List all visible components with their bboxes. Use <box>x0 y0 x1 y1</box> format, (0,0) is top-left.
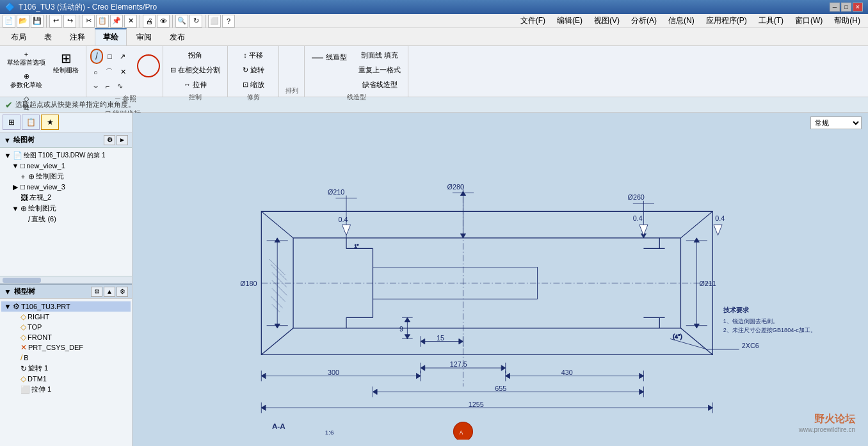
preview-icon[interactable]: 👁 <box>157 15 170 28</box>
help-menu[interactable]: 帮助(H) <box>829 14 865 28</box>
window-menu[interactable]: 窗口(W) <box>790 14 828 28</box>
model-tree-expand[interactable]: ▲ <box>104 287 115 297</box>
cut-icon[interactable]: ✂ <box>82 15 95 28</box>
spline-button[interactable]: ⌣ <box>90 80 101 92</box>
arc-tool-button[interactable]: ⌒ <box>102 65 116 79</box>
model-tree-item-dtm1[interactable]: ◇ DTM1 <box>1 374 131 384</box>
redo-icon[interactable]: ↪ <box>63 15 76 28</box>
circle-tool-button[interactable]: ○ <box>90 67 101 78</box>
undo-icon[interactable]: ↩ <box>49 15 62 28</box>
minimize-button[interactable]: ─ <box>830 3 840 12</box>
tree-nav-icon3[interactable]: ★ <box>41 115 59 130</box>
expand-view3[interactable]: ▶ <box>12 183 19 191</box>
save-icon[interactable]: 💾 <box>31 15 44 28</box>
translate-button[interactable]: ↕ 平移 <box>232 49 275 62</box>
tree-item-new_view_3[interactable]: ▶ □ new_view_3 <box>1 182 131 192</box>
copy-icon[interactable]: 📋 <box>96 15 109 28</box>
model-tree-item-rotate1[interactable]: ↻ 旋转 1 <box>1 363 131 374</box>
tree-item-left2[interactable]: 🖼 左视_2 <box>1 192 131 203</box>
scale-note: 1:6 <box>325 429 334 436</box>
zoom-area-icon[interactable]: 🔍 <box>175 15 188 28</box>
tree-nav-icon2[interactable]: 📋 <box>22 115 40 130</box>
tab-table[interactable]: 表 <box>36 29 60 45</box>
model-tree-item-top[interactable]: ◇ TOP <box>1 322 131 332</box>
drawing-tree-scrollbar[interactable] <box>0 276 132 283</box>
title-bar-left: 🔷 T106_TU3 (活动的) - Creo Elements/Pro <box>5 2 157 13</box>
model-tree-item-right[interactable]: ◇ RIGHT <box>1 312 131 322</box>
model-tree-collapse[interactable]: ▼ <box>4 287 12 296</box>
restore-button[interactable]: □ <box>841 3 851 12</box>
svg-line-85 <box>272 280 287 295</box>
expand-root[interactable]: ▼ <box>4 152 12 159</box>
svg-marker-56 <box>506 373 510 378</box>
tab-sketch[interactable]: 草绘 <box>95 28 127 45</box>
tree-item-draw_elem1[interactable]: + ⊕ 绘制图元 <box>1 171 131 182</box>
help-icon[interactable]: ? <box>222 15 235 28</box>
tech-note1: 1、锐边倒圆去毛刺。 <box>723 318 778 324</box>
default-line-button[interactable]: 缺省线造型 <box>355 78 404 92</box>
param-sketch-button[interactable]: ⊕ 参数化草绘 <box>4 70 49 92</box>
tab-annotation[interactable]: 注释 <box>61 29 93 45</box>
drawing-tree-area: ▼ 📄 绘图 T106_TU3.DRW 的第 1 ▼ □ new_view_1 … <box>0 148 132 276</box>
model-tree-title: 模型树 <box>14 287 35 296</box>
apps-menu[interactable]: 应用程序(P) <box>701 14 752 28</box>
paste-icon[interactable]: 📌 <box>110 15 123 28</box>
scale-button[interactable]: ⊡ 缩放 <box>232 78 275 92</box>
title-controls[interactable]: ─ □ ✕ <box>830 3 863 12</box>
print-icon[interactable]: 🖨 <box>143 15 156 28</box>
tab-publish[interactable]: 发布 <box>161 29 193 45</box>
tree-options-button[interactable]: ⚙ <box>104 135 115 145</box>
sketch-pref-label: 草绘器首选项 <box>7 58 45 67</box>
expand-elem1[interactable]: + <box>19 173 27 180</box>
rotate-button[interactable]: ↻ 旋转 <box>232 63 275 77</box>
model-tree-item-pull1[interactable]: ⬜ 拉伸 1 <box>1 384 131 395</box>
edit-menu[interactable]: 编辑(E) <box>552 14 588 28</box>
info-menu[interactable]: 信息(N) <box>663 14 700 28</box>
tools-menu[interactable]: 工具(T) <box>753 14 789 28</box>
model-tree-options[interactable]: ⚙ <box>91 287 102 297</box>
tab-layout[interactable]: 布局 <box>3 29 35 45</box>
line-tool-button[interactable]: / <box>90 49 103 64</box>
view-icon[interactable]: ⬜ <box>208 15 221 28</box>
rect-tool-button[interactable]: □ <box>104 51 115 62</box>
tree-item-root[interactable]: ▼ 📄 绘图 T106_TU3.DRW 的第 1 <box>1 150 131 161</box>
sketch-pref-icon: + <box>24 51 28 58</box>
fillet-button[interactable]: ⌐ <box>102 81 113 92</box>
arrow-tool-button[interactable]: ↗ <box>117 51 129 63</box>
model-tree-item-prt[interactable]: ▼ ⚙ T106_TU3.PRT <box>1 301 131 312</box>
tree-item-line6[interactable]: / 直线 (6) <box>1 214 131 225</box>
tree-nav-icon1[interactable]: ⊞ <box>3 115 20 130</box>
sketch-preferences-button[interactable]: + 草绘器首选项 <box>4 49 49 69</box>
linestyle-big-button[interactable]: — 线造型 <box>309 49 350 66</box>
file-menu[interactable]: 文件(F) <box>515 14 551 28</box>
close-button[interactable]: ✕ <box>853 3 863 12</box>
model-tree-item-front[interactable]: ◇ FRONT <box>1 332 131 342</box>
extend-button[interactable]: ↔ 拉伸 <box>167 78 223 92</box>
delete-icon[interactable]: ✕ <box>124 15 137 28</box>
model-tree-settings[interactable]: ⚙ <box>117 287 128 297</box>
new-icon[interactable]: 📄 <box>3 15 15 28</box>
close-sketch-button[interactable]: ✕ <box>117 66 129 78</box>
tree-item-draw_elem2[interactable]: ▼ ⊕ 绘制图元 <box>1 203 131 214</box>
reformat-button[interactable]: 重复上一格式 <box>355 63 404 77</box>
wave-button[interactable]: ∿ <box>114 80 126 92</box>
svg-marker-66 <box>261 405 266 410</box>
tab-review[interactable]: 审阅 <box>128 29 160 45</box>
hatching-button[interactable]: 剖面线 填充 <box>355 49 404 62</box>
intersect-split-button[interactable]: ⊟ 在相交处分割 <box>167 63 223 77</box>
view-menu[interactable]: 视图(V) <box>589 14 625 28</box>
rotate-icon[interactable]: ↻ <box>189 15 202 28</box>
analysis-menu[interactable]: 分析(A) <box>626 14 662 28</box>
model-tree-item-csys[interactable]: ✕ PRT_CSYS_DEF <box>1 342 131 353</box>
expand-view1[interactable]: ▼ <box>12 162 19 170</box>
model-tree-item-b[interactable]: / B <box>1 353 131 363</box>
grid-button[interactable]: ⊞ 绘制栅格 <box>50 49 82 77</box>
view-dropdown[interactable]: 常规 三维 展开 详细 <box>810 116 862 129</box>
tree-expand-button[interactable]: ► <box>117 135 128 145</box>
hatch-pattern <box>269 259 287 312</box>
tree-item-new_view_1[interactable]: ▼ □ new_view_1 <box>1 161 131 171</box>
open-icon[interactable]: 📂 <box>17 15 29 28</box>
chamfer-button[interactable]: 拐角 <box>167 49 223 62</box>
arrow-icon: ↗ <box>120 52 125 61</box>
expand-elem2[interactable]: ▼ <box>12 205 19 212</box>
